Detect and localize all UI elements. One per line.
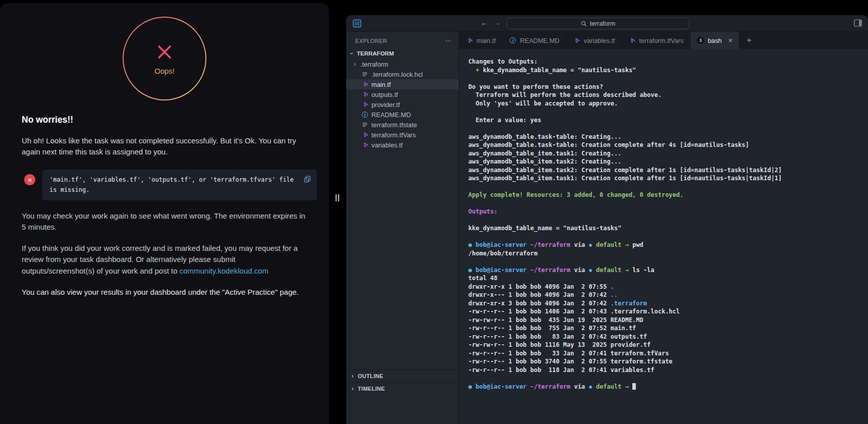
terminal-line: -rw-rw-r-- 1 bob bob 1116 May 13 2025 pr…	[468, 341, 863, 349]
explorer-sidebar: EXPLORER ⋯ › TERRAFORM ›.terraform.terra…	[346, 32, 459, 424]
file-name: variables.tf	[371, 141, 403, 149]
tab-main.tf[interactable]: main.tf	[459, 32, 503, 49]
editor-tabs-bar: main.tfiREADME.MDvariables.tfterraform.t…	[459, 32, 868, 49]
tab-variables.tf[interactable]: variables.tf	[567, 32, 622, 49]
vscode-titlebar: ← → terraform	[346, 15, 868, 32]
terminal-line: -rw-rw-r-- 1 bob bob 435 Jun 19 2025 REA…	[468, 316, 863, 325]
dashboard-paragraph: You can also view your results in your d…	[22, 287, 314, 298]
terminal-line: total 48	[468, 274, 863, 283]
terminal-line: kke_dynamodb_table_name = "nautilus-task…	[468, 224, 863, 233]
file-name: outputs.tf	[371, 91, 398, 98]
tab-label: variables.tf	[584, 37, 615, 44]
tab-label: main.tf	[476, 37, 496, 44]
explorer-item-README.MD[interactable]: iREADME.MD	[346, 110, 459, 120]
terminal-line	[468, 374, 863, 383]
file-name: .terraform	[360, 61, 388, 68]
explorer-header: EXPLORER ⋯	[346, 32, 459, 48]
tab-README.MD[interactable]: iREADME.MD	[503, 32, 566, 49]
terminal-line: aws_dynamodb_table_item.task1: Creating.…	[468, 149, 863, 158]
terminal-line: drwxr-xr-x 3 bob bob 4096 Jan 2 07:42 .t…	[468, 299, 863, 308]
terminal-line: -rw-r--r-- 1 bob bob 1406 Jan 2 07:43 .t…	[468, 307, 863, 316]
tab-terraform.tfVars[interactable]: terraform.tfVars	[622, 32, 691, 49]
editor-column: main.tfiREADME.MDvariables.tfterraform.t…	[459, 32, 868, 424]
terminal-line: Apply complete! Resources: 3 added, 0 ch…	[468, 191, 863, 199]
explorer-actions-icon[interactable]: ⋯	[445, 37, 452, 44]
chevron-right-icon: ›	[352, 61, 357, 68]
intro-paragraph: Uh oh! Looks like the task was not compl…	[22, 135, 307, 157]
terminal-line	[468, 183, 863, 191]
terminal-line: Terraform will perform the actions descr…	[468, 91, 863, 99]
search-icon	[581, 21, 587, 27]
terminal-line: aws_dynamodb_table_item.task1: Creation …	[468, 174, 863, 183]
terminal-cursor	[632, 383, 636, 390]
explorer-item-.terraform[interactable]: ›.terraform	[346, 59, 459, 69]
search-value: terraform	[590, 20, 616, 27]
app-icon	[353, 19, 361, 28]
task-result-panel: Oops! No worries!! Uh oh! Looks like the…	[0, 3, 329, 424]
forward-arrow-icon[interactable]: →	[494, 18, 501, 27]
oops-circle: Oops!	[123, 17, 206, 100]
timeline-label: TIMELINE	[358, 386, 385, 392]
vscode-window: ← → terraform EXPLORER ⋯ ›	[346, 15, 868, 424]
terminal-line: Only 'yes' will be accepted to approve.	[468, 99, 863, 108]
no-worries-heading: No worries!!	[22, 115, 329, 125]
check-work-paragraph: You may check your work again to see wha…	[22, 210, 307, 233]
explorer-root-section[interactable]: › TERRAFORM	[346, 48, 459, 59]
file-icon	[361, 71, 368, 77]
tab-label: terraform.tfVars	[639, 37, 684, 44]
terminal-line: aws_dynamodb_table_item.task2: Creating.…	[468, 157, 863, 166]
new-terminal-icon[interactable]: +	[739, 32, 758, 49]
terminal-line: aws_dynamodb_table_item.task2: Creation …	[468, 166, 863, 175]
terminal-line	[468, 233, 863, 241]
explorer-item-main.tf[interactable]: main.tf	[346, 79, 459, 89]
community-link[interactable]: community.kodekloud.com	[180, 267, 268, 275]
tab-bash[interactable]: $bash×	[690, 32, 739, 49]
terminal-line: drwxr-x--- 1 bob bob 4096 Jan 2 07:42 ..	[468, 291, 863, 299]
terminal-line: Changes to Outputs:	[468, 58, 863, 66]
error-x-icon: ×	[24, 174, 35, 185]
close-icon[interactable]: ×	[728, 36, 732, 44]
terminal-line	[468, 257, 863, 266]
terminal-line: + kke_dynamodb_table_name = "nautilus-ta…	[468, 66, 863, 75]
explorer-file-list: ›.terraform.terraform.lock.hclmain.tfout…	[346, 59, 459, 150]
explorer-item-terraform.tfVars[interactable]: terraform.tfVars	[346, 130, 459, 140]
terminal-line: ● bob@iac-server ~/terraform via ◆ defau…	[468, 266, 863, 275]
explorer-item-terraform.tfstate[interactable]: terraform.tfstate	[346, 120, 459, 130]
terminal-output[interactable]: Changes to Outputs: + kke_dynamodb_table…	[459, 49, 868, 424]
copy-icon[interactable]	[302, 174, 313, 185]
terminal-line: aws_dynamodb_table.task-table: Creation …	[468, 141, 863, 149]
terminal-line: /home/bob/terraform	[468, 249, 863, 258]
oops-label: Oops!	[154, 67, 175, 75]
tab-label: bash	[708, 37, 722, 44]
terraform-icon	[361, 142, 368, 148]
info-icon: i	[509, 37, 516, 43]
error-message: 'main.tf', 'variables.tf', 'outputs.tf',…	[49, 176, 294, 193]
explorer-item-provider.tf[interactable]: provider.tf	[346, 99, 459, 110]
terminal-line	[468, 216, 863, 225]
vscode-main-row: EXPLORER ⋯ › TERRAFORM ›.terraform.terra…	[346, 32, 868, 424]
terraform-icon	[629, 37, 636, 44]
section-timeline[interactable]: › TIMELINE	[346, 382, 459, 395]
terraform-icon	[361, 91, 368, 98]
command-search-input[interactable]: terraform	[507, 18, 689, 29]
terminal-line	[468, 108, 863, 116]
explorer-item-variables.tf[interactable]: variables.tf	[346, 140, 459, 150]
file-name: .terraform.lock.hcl	[371, 71, 423, 78]
chevron-right-icon: ›	[350, 385, 355, 392]
terminal-line: Enter a value: yes	[468, 116, 863, 125]
section-outline[interactable]: › OUTLINE	[346, 369, 459, 382]
terminal-line: -rw-r--r-- 1 bob bob 33 Jan 2 07:41 terr…	[468, 349, 863, 358]
chevron-right-icon: ›	[350, 373, 355, 380]
terminal-line: -rw-r--r-- 1 bob bob 83 Jan 2 07:42 outp…	[468, 333, 863, 341]
terminal-line: aws_dynamodb_table.task-table: Creating.…	[468, 133, 863, 141]
file-name: terraform.tfstate	[371, 121, 417, 129]
terminal-line: Outputs:	[468, 207, 863, 216]
layout-toggle-icon[interactable]	[854, 19, 862, 27]
terminal-line: -rw-r--r-- 1 bob bob 755 Jan 2 07:52 mai…	[468, 324, 863, 333]
error-row: × 'main.tf', 'variables.tf', 'outputs.tf…	[24, 170, 317, 200]
panel-resize-handle[interactable]: ||	[329, 193, 346, 201]
explorer-item-.terraform.lock.hcl[interactable]: .terraform.lock.hcl	[346, 69, 459, 79]
back-arrow-icon[interactable]: ←	[480, 18, 488, 27]
explorer-item-outputs.tf[interactable]: outputs.tf	[346, 89, 459, 99]
file-name: main.tf	[371, 81, 391, 88]
